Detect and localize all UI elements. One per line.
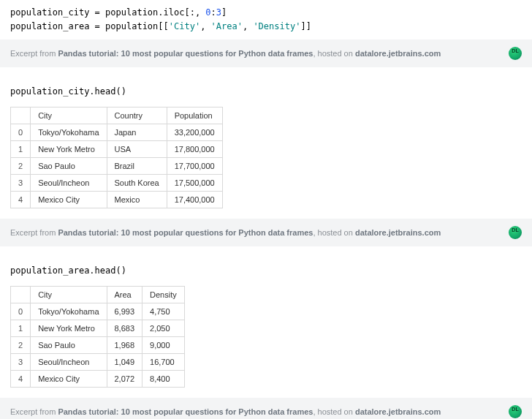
code-token: population[[ [105,21,169,31]
table-row: 3Seoul/IncheonSouth Korea17,500,000 [11,175,223,192]
footer-prefix: Excerpt from [10,49,58,58]
datalore-icon[interactable] [509,226,522,239]
datalore-icon[interactable] [509,405,522,418]
table-header-row: City Country Population [11,107,223,124]
code-token: = [89,7,105,18]
cell: 4,750 [142,303,185,320]
cell: Tokyo/Yokohama [31,303,107,320]
footer-middle: , hosted on [313,228,355,237]
cell: Mexico City [31,192,107,208]
table-corner [11,287,31,303]
row-index: 4 [11,192,31,208]
col-header: Area [107,287,142,303]
table-header-row: City Area Density [11,287,185,303]
table-row: 1New York Metro8,6832,050 [11,320,185,337]
cell: 9,000 [142,337,185,354]
output-block-1: population_city.head() City Country Popu… [0,80,532,219]
cell: Japan [107,124,167,141]
cell: 33,200,000 [167,124,222,141]
cell: Seoul/Incheon [31,175,107,192]
cell: Brazil [107,158,167,175]
col-header: City [31,287,107,303]
cell: 17,800,000 [167,141,222,158]
row-index: 1 [11,320,31,337]
cell: 8,400 [142,371,185,388]
source-text: Excerpt from Pandas tutorial: 10 most po… [10,407,441,416]
code-cell[interactable]: population_city = population.iloc[:, 0:3… [0,0,532,39]
source-footer: Excerpt from Pandas tutorial: 10 most po… [0,219,532,246]
code-token: , [243,21,253,31]
cell: Seoul/Incheon [31,354,107,371]
table-row: 1New York MetroUSA17,800,000 [11,141,223,158]
row-index: 2 [11,337,31,354]
cell: 17,700,000 [167,158,222,175]
dataframe-table: City Area Density 0Tokyo/Yokohama6,9934,… [10,286,185,388]
code-token: : [211,7,216,18]
cell: 2,050 [142,320,185,337]
row-index: 2 [11,158,31,175]
cell: Mexico City [31,371,107,388]
source-text: Excerpt from Pandas tutorial: 10 most po… [10,49,441,58]
code-token: population_city [10,7,89,18]
host-link[interactable]: datalore.jetbrains.com [355,49,441,58]
code-token: population_area [10,21,89,31]
code-string: 'City' [169,21,200,31]
source-footer: Excerpt from Pandas tutorial: 10 most po… [0,398,532,419]
code-string: 'Density' [253,21,300,31]
tutorial-link[interactable]: Pandas tutorial: 10 most popular questio… [58,228,313,237]
cell: 8,683 [107,320,142,337]
datalore-icon[interactable] [509,47,522,60]
code-token: ]] [300,21,311,31]
call-expression: population_city.head() [10,86,522,97]
cell: Tokyo/Yokohama [31,124,107,141]
cell: New York Metro [31,320,107,337]
source-footer: Excerpt from Pandas tutorial: 10 most po… [0,39,532,67]
footer-middle: , hosted on [313,407,355,416]
cell: Mexico [107,192,167,208]
cell: Sao Paulo [31,158,107,175]
row-index: 3 [11,354,31,371]
cell: South Korea [107,175,167,192]
footer-prefix: Excerpt from [10,407,58,416]
col-header: Country [107,107,167,124]
table-row: 4Mexico CityMexico17,400,000 [11,192,223,208]
table-row: 3Seoul/Incheon1,04916,700 [11,354,185,371]
source-text: Excerpt from Pandas tutorial: 10 most po… [10,228,441,237]
cell: 17,500,000 [167,175,222,192]
code-token: population.iloc[:, [105,7,205,18]
code-token: , [200,21,210,31]
code-token: ] [221,7,227,18]
table-row: 4Mexico City2,0728,400 [11,371,185,388]
code-number: 0 [205,7,210,18]
code-string: 'Area' [211,21,243,31]
row-index: 0 [11,303,31,320]
output-block-2: population_area.head() City Area Density… [0,260,532,398]
table-row: 2Sao Paulo1,9689,000 [11,337,185,354]
table-row: 0Tokyo/YokohamaJapan33,200,000 [11,124,223,141]
host-link[interactable]: datalore.jetbrains.com [355,407,441,416]
cell: 6,993 [107,303,142,320]
table-corner [11,107,31,124]
tutorial-link[interactable]: Pandas tutorial: 10 most popular questio… [58,49,313,58]
tutorial-link[interactable]: Pandas tutorial: 10 most popular questio… [58,407,313,416]
row-index: 0 [11,124,31,141]
cell: USA [107,141,167,158]
cell: 1,968 [107,337,142,354]
call-expression: population_area.head() [10,265,522,276]
col-header: Population [167,107,222,124]
row-index: 4 [11,371,31,388]
host-link[interactable]: datalore.jetbrains.com [355,228,441,237]
dataframe-table: City Country Population 0Tokyo/YokohamaJ… [10,107,223,208]
cell: New York Metro [31,141,107,158]
col-header: Density [142,287,185,303]
cell: 2,072 [107,371,142,388]
row-index: 3 [11,175,31,192]
code-token: = [89,21,105,31]
cell: Sao Paulo [31,337,107,354]
cell: 16,700 [142,354,185,371]
table-row: 2Sao PauloBrazil17,700,000 [11,158,223,175]
cell: 1,049 [107,354,142,371]
row-index: 1 [11,141,31,158]
footer-middle: , hosted on [313,49,355,58]
table-row: 0Tokyo/Yokohama6,9934,750 [11,303,185,320]
